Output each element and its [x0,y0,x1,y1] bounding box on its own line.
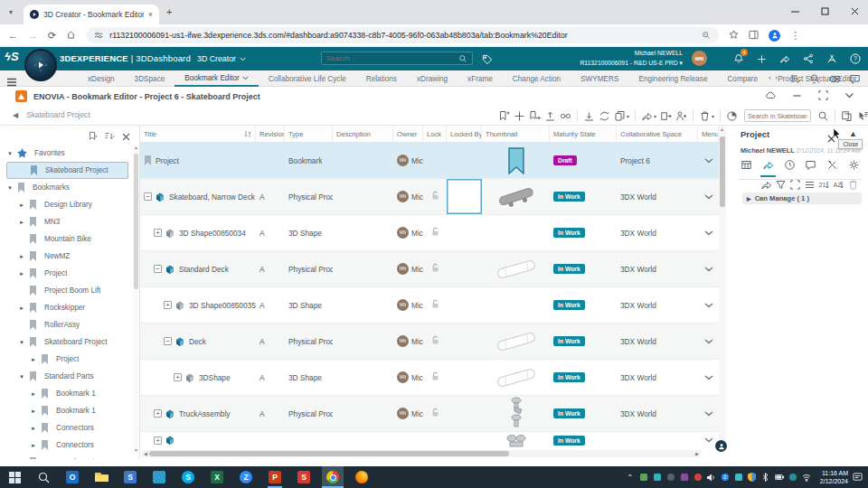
column-header-description[interactable]: Description [333,126,393,142]
cell-lock[interactable] [423,215,447,250]
close-sidebar-icon[interactable] [122,128,130,142]
panel-tab-tools-icon[interactable] [825,157,840,177]
tune-icon[interactable] [94,27,103,43]
toolbar-docs-icon[interactable] [841,110,853,122]
cell-lock[interactable] [423,287,447,323]
toolbar-download-icon[interactable] [583,110,595,122]
taskbar-skype-icon[interactable]: S [177,466,199,488]
toolbar-upload-icon[interactable] [544,110,556,122]
home-icon[interactable] [66,30,76,42]
table-search-input[interactable] [748,112,807,120]
table-row[interactable]: −DeckAPhysical ProductMNMic...In Work3DX… [140,324,719,360]
toolbar-share-icon[interactable]: ▾ [641,110,656,122]
tray-wifi-icon[interactable] [802,473,811,482]
help-icon[interactable]: ? [850,52,861,68]
new-tab-button[interactable]: + [166,6,172,17]
table-row[interactable]: ProjectBookmarkMNMic...DraftProject 6 [140,143,719,179]
column-header-maturity-state[interactable]: Maturity State [550,126,617,142]
tree-expander[interactable]: ▸ [18,253,25,260]
row-expander[interactable]: + [164,301,172,309]
window-maximize-button[interactable] [821,3,829,19]
row-expander[interactable]: − [164,337,172,345]
tree-expander[interactable]: ▸ [18,202,25,209]
tab-search-icon[interactable]: ▾ [9,8,13,16]
cell-locked-by[interactable] [447,251,482,286]
tree-expander[interactable]: ▾ [18,373,25,380]
tab-3dspace[interactable]: 3DSpace [125,70,175,87]
tab-change-action[interactable]: Change Action [503,70,571,87]
cell-locked-by[interactable] [447,396,482,431]
tray-app-dark-icon[interactable] [666,473,675,482]
sidebar-item-standard-parts[interactable]: ▾Standard Parts [6,368,128,385]
zoom-page-icon[interactable] [702,27,711,43]
column-header-lock[interactable]: Lock [423,126,447,142]
toolbar-plus-icon[interactable] [514,110,525,122]
panel-tab-gear-icon[interactable] [846,157,862,177]
taskbar-powerpoint-icon[interactable]: P [264,466,286,488]
sidebar-item-favorites[interactable]: ▾Favorites [6,145,128,162]
tree-expander[interactable]: ▾ [6,184,14,192]
column-header-revision[interactable]: Revision [256,126,285,142]
cell-locked-by[interactable] [447,215,482,250]
column-header-menu[interactable]: Menu [698,126,719,142]
tag-icon[interactable] [482,52,493,69]
address-bar[interactable]: r1132100006091-us1-ifwe.3dexperience.3ds… [86,27,719,43]
widget-chevron-icon[interactable] [844,89,855,105]
tray-zoom-tray-icon[interactable]: Z [721,473,730,482]
tab-engineering-release[interactable]: Engineering Release [628,70,717,87]
cell-title[interactable]: + [140,432,256,448]
taskbar-photos-app-icon[interactable] [148,466,170,488]
tab-relations[interactable]: Relations [356,70,407,87]
toolbar-search-icon[interactable] [817,110,829,122]
table-search-box[interactable] [744,109,811,122]
can-manage-section[interactable]: ▶Can Manage ( 1 ) [742,192,862,204]
taskbar-clock[interactable]: 11:16 AM 2/12/2024 [820,469,848,486]
column-header-locked-by[interactable]: Locked By [447,126,482,142]
tab-collaborative-life-cycle[interactable]: Collaborative Life Cycle [259,70,356,87]
table-hscrollbar[interactable]: ◀ ▶ [142,450,701,457]
sidebar-item-bookmarks[interactable]: ▾Bookmarks [6,179,128,196]
taskbar-search-icon[interactable] [33,466,54,488]
cell-title[interactable]: +TruckAssembly [140,396,256,431]
sidebar-item-project[interactable]: ▸Project [6,351,128,368]
cell-title[interactable]: −Standard Deck [140,251,256,286]
table-row[interactable]: +TruckAssemblyAPhysical ProductMNMic...I… [140,396,719,432]
row-menu-icon[interactable] [698,179,719,214]
assistant-badge-icon[interactable] [715,440,727,452]
tree-expander[interactable]: ▸ [30,390,37,398]
row-menu-icon[interactable] [698,251,719,286]
table-scroll-thumb[interactable] [720,136,725,207]
table-row[interactable]: +In Work [140,432,719,448]
row-menu-icon[interactable] [698,324,719,359]
tab-xdrawing[interactable]: xDrawing [407,70,458,87]
toolbar-bookmark-arrow-icon[interactable] [529,110,541,122]
table-hscroll-thumb[interactable] [149,451,509,456]
cell-locked-by[interactable] [447,143,482,178]
sidebar-item-mn3[interactable]: ▸MN3 [6,213,128,230]
sidebar-item-skateboard-project[interactable]: Skateboard Project [6,162,128,179]
share-nodes-icon[interactable] [803,52,814,68]
toolbar-copy-icon[interactable]: ▾ [614,110,629,122]
row-expander[interactable]: + [174,373,182,381]
cell-title[interactable]: +3D Shape00850035 [140,287,256,323]
tab-bookmark-editor[interactable]: Bookmark Editor [175,70,259,87]
avatar[interactable]: MN [692,51,707,66]
row-menu-icon[interactable] [698,360,719,395]
tray-battery-icon[interactable] [775,473,784,482]
search-icon[interactable] [458,54,467,63]
tab-compare[interactable]: Compare [717,70,768,87]
tray-app-red-icon[interactable] [693,473,703,482]
taskbar-app-s-blue-icon[interactable]: S [119,466,141,488]
cell-lock[interactable] [423,324,447,359]
tree-expander[interactable]: ▾ [18,339,25,346]
tab-xframe[interactable]: xFrame [458,70,503,87]
bookmark-star-icon[interactable] [729,27,739,43]
cell-locked-by[interactable] [447,432,482,448]
sidebar-item-project-boom-lift[interactable]: Project Boom Lift [6,282,128,299]
scroll-up-icon[interactable]: ▲ [133,145,139,150]
taskbar-start-icon[interactable] [4,466,25,488]
tab-swymers[interactable]: SWYMERS [571,70,628,87]
compass-tools-icon[interactable] [826,52,837,68]
panel-tab-table-icon[interactable] [739,157,754,177]
table-row[interactable]: −Skateboard, Narrow DeckAPhysical Produc… [140,179,719,215]
